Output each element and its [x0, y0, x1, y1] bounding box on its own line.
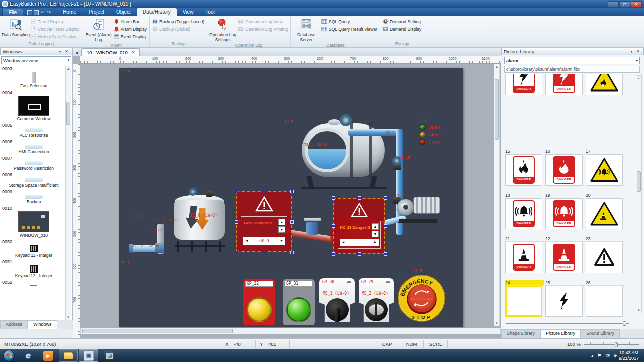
- selection-handle[interactable]: [384, 196, 387, 200]
- taskbar-button-folder[interactable]: [59, 349, 78, 362]
- canvas-vertical-scrollbar[interactable]: ▲ ▼: [494, 64, 500, 326]
- undo-icon[interactable]: ↶: [40, 10, 45, 15]
- scroll-up-button[interactable]: ▲: [278, 219, 285, 225]
- picture-item-14[interactable]: .: [586, 74, 625, 95]
- save-icon[interactable]: [27, 10, 32, 15]
- alarm-display-object-2[interactable]: HC-33 Danger!!! ▲▼ ◄ ►: [333, 198, 385, 254]
- selection-handle[interactable]: [263, 190, 266, 193]
- ribbon-button-event-display[interactable]: Event Display: [113, 33, 148, 40]
- pilot-button-green[interactable]: GP_31: [283, 279, 315, 325]
- emergency-stop-button[interactable]: EMERGENCY STOP BC_2 (LB-0): [397, 274, 446, 322]
- ribbon-button-demand-display[interactable]: Demand Display: [382, 26, 422, 33]
- picture-item-24[interactable]: 24: [505, 280, 544, 317]
- picture-item-19[interactable]: 19DANGER: [545, 193, 585, 229]
- selection-handle[interactable]: [358, 252, 361, 256]
- taskbar-button-viewer[interactable]: [99, 349, 118, 362]
- selection-handle[interactable]: [384, 252, 387, 256]
- scroll-up-icon[interactable]: ▲: [66, 67, 71, 70]
- window-list-item-0008[interactable]: 0008 Storage Space Insufficient: [0, 172, 65, 189]
- tab-nav-left-icon[interactable]: ◄: [73, 50, 81, 56]
- taskbar-button-wmp[interactable]: ▶: [39, 349, 58, 362]
- rotary-switch[interactable]: GP_29 ON MS_2 (LW-0): [359, 278, 394, 322]
- minimize-button[interactable]: —: [608, 1, 619, 7]
- picture-item-17[interactable]: 17: [586, 149, 625, 186]
- selection-handle[interactable]: [235, 251, 238, 254]
- window-list-item-0052[interactable]: 0052: [0, 279, 65, 291]
- window-list-item-0006[interactable]: 0006 HMI Connection: [0, 139, 65, 155]
- picture-item-13[interactable]: .DANGER: [545, 74, 585, 95]
- valve-handwheel[interactable]: [340, 114, 352, 126]
- file-menu-button[interactable]: File: [2, 9, 23, 16]
- picture-item-26[interactable]: 26: [586, 280, 625, 317]
- scroll-up-button[interactable]: ▲: [372, 223, 379, 230]
- alarm-display-object-1[interactable]: 14:33 Danger!!! ▲▼ ◄ GP_9 ►: [236, 191, 292, 252]
- ribbon-button-backup-trigger[interactable]: Backup (Trigger-based): [151, 18, 205, 25]
- rotary-key[interactable]: [369, 304, 384, 315]
- selection-handle[interactable]: [290, 220, 294, 224]
- ribbon-tab-data-history[interactable]: Data/History: [137, 8, 177, 16]
- hmi-design-canvas[interactable]: OpenCloseError BG_0 (LW-0): [119, 68, 463, 327]
- zoom-slider[interactable]: [584, 342, 639, 347]
- scrollbar-thumb[interactable]: [495, 79, 499, 140]
- library-path-field[interactable]: c:\ebpro\library\picture\alarm\alarm.flb…: [504, 66, 640, 73]
- scroll-down-button[interactable]: ▼: [372, 231, 379, 237]
- selection-handle[interactable]: [263, 251, 266, 254]
- valve-handwheel[interactable]: [189, 188, 197, 196]
- panel-close-icon[interactable]: ✕: [635, 49, 641, 54]
- scroll-down-icon[interactable]: ▼: [636, 309, 641, 312]
- scroll-up-icon[interactable]: ▲: [636, 77, 641, 80]
- ribbon-tab-home[interactable]: Home: [57, 8, 83, 16]
- selection-handle[interactable]: [384, 224, 387, 228]
- window-list-scrollbar[interactable]: ▲ ▼: [65, 66, 71, 320]
- tab-close-icon[interactable]: ✕: [132, 50, 135, 55]
- network-icon[interactable]: 🖳: [605, 353, 610, 358]
- ribbon-button-sql-viewer[interactable]: SQL Query Result Viewer: [320, 26, 378, 33]
- scroll-right-button[interactable]: ►: [372, 239, 379, 246]
- valve[interactable]: [206, 191, 213, 197]
- panel-menu-icon[interactable]: ▾: [57, 49, 63, 54]
- window-preview-dropdown[interactable]: Window preview ▾: [1, 56, 71, 64]
- ribbon-button-db-server[interactable]: Database Server: [292, 17, 320, 42]
- picture-grid-scrollbar[interactable]: ▲ ▼: [636, 75, 642, 313]
- pilot-button-yellow[interactable]: GP_32: [243, 279, 275, 325]
- selection-handle[interactable]: [290, 190, 294, 193]
- panel-tab-windows[interactable]: Windows: [28, 320, 57, 329]
- maximize-button[interactable]: ▢: [619, 1, 630, 7]
- tray-expand-icon[interactable]: ▴: [591, 353, 594, 358]
- pump[interactable]: [397, 195, 440, 223]
- taskbar-button-ie[interactable]: e: [19, 349, 38, 362]
- scrollbar-thumb[interactable]: [66, 102, 70, 125]
- selection-handle[interactable]: [290, 251, 294, 254]
- ribbon-button-data-sampling[interactable]: Data Sampling: [2, 17, 30, 41]
- lever-switch[interactable]: GP_30 ON MS_1 (LW-0): [319, 278, 355, 322]
- canvas-horizontal-scrollbar[interactable]: [80, 328, 501, 334]
- close-button[interactable]: ✕: [631, 1, 642, 7]
- scroll-down-button[interactable]: ▼: [278, 226, 285, 233]
- action-center-flag-icon[interactable]: ⚑: [597, 353, 602, 358]
- picture-item-16[interactable]: 16DANGER: [545, 149, 585, 186]
- ribbon-tab-tool[interactable]: Tool: [199, 8, 220, 16]
- library-tab-picture-library[interactable]: Picture Library: [540, 329, 581, 338]
- picture-item-23[interactable]: 23: [586, 236, 625, 273]
- document-tab[interactable]: 10 - WINDOW_010 ✕: [81, 48, 140, 56]
- scroll-up-icon[interactable]: ▲: [494, 65, 499, 68]
- scroll-left-button[interactable]: ◄: [340, 239, 347, 246]
- window-list-item-0009[interactable]: 0009 Backup: [0, 189, 65, 205]
- selection-handle[interactable]: [332, 224, 335, 228]
- scroll-right-button[interactable]: ►: [278, 238, 285, 244]
- ribbon-tab-object[interactable]: Object: [110, 8, 137, 16]
- ribbon-tab-view[interactable]: View: [177, 8, 200, 16]
- taskbar-clock[interactable]: 10:43 AM 9/21/2017: [617, 350, 644, 361]
- picture-item-12[interactable]: .DANGER: [505, 74, 544, 95]
- ribbon-button-oplog-settings[interactable]: Operation Log Settings: [209, 17, 237, 42]
- window-list-item-0051[interactable]: 0051 Keypad 12 - Integer: [0, 259, 65, 279]
- window-list-item-0007[interactable]: 0007 Password Restriction: [0, 155, 65, 172]
- window-list-item-0004[interactable]: 0004 Common Window: [0, 89, 65, 122]
- control-valve[interactable]: [305, 218, 319, 238]
- yellow-lamp[interactable]: [247, 297, 272, 322]
- picture-item-15[interactable]: 15DANGER: [505, 149, 544, 186]
- window-list-item-0010[interactable]: 0010 WINDOW_010: [0, 205, 65, 239]
- window-list-item-0005[interactable]: 0005 PLC Response: [0, 122, 65, 139]
- redo-icon[interactable]: ↷: [47, 10, 52, 15]
- picture-item-21[interactable]: 21DANGER: [505, 236, 544, 273]
